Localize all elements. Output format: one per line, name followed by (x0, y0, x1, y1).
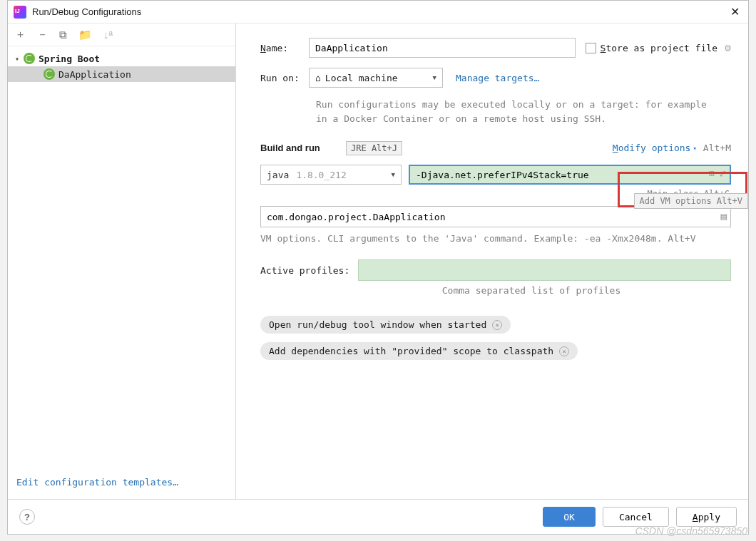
tree-item-daapplication[interactable]: DaApplication (8, 66, 235, 82)
copy-icon[interactable]: ⧉ (59, 29, 67, 41)
run-on-value: Local machine (325, 73, 398, 83)
vm-options-input[interactable] (409, 165, 731, 185)
run-on-dropdown[interactable]: ⌂ Local machine ▼ (309, 68, 443, 88)
sidebar-toolbar: ＋ － ⧉ 📁 ↓ª (8, 24, 235, 46)
chevron-down-icon: ▾ (693, 145, 696, 152)
edit-templates-link[interactable]: Edit configuration templates… (8, 471, 235, 493)
name-label: Name: (260, 43, 309, 53)
list-icon[interactable]: ▤ (721, 210, 727, 222)
spring-boot-icon (24, 53, 35, 64)
modify-options-label: Modify options (613, 143, 691, 153)
fullscreen-icon[interactable]: ⤢ (719, 168, 727, 179)
store-checkbox[interactable] (586, 43, 596, 53)
store-label: Store as project file (601, 43, 717, 53)
sidebar: ＋ － ⧉ 📁 ↓ª ▾ Spring Boot DaApplication E… (8, 24, 236, 499)
jdk-vm-row: java 1.8.0_212 ▼ ⊞ ⤢ (260, 165, 731, 185)
chevron-down-icon: ▼ (433, 74, 436, 81)
close-icon[interactable]: ✕ (727, 5, 742, 19)
add-vm-options-tooltip: Add VM options Alt+V (634, 193, 749, 209)
modify-options-link[interactable]: Modify options ▾ Alt+M (613, 143, 731, 153)
chip-label: Open run/debug tool window when started (269, 319, 486, 330)
spring-boot-icon (44, 68, 55, 80)
sort-icon[interactable]: ↓ª (103, 29, 113, 41)
add-icon[interactable]: ＋ (15, 28, 26, 41)
active-profiles-hint: Comma separated list of profiles (260, 285, 731, 296)
jdk-version: 1.8.0_212 (296, 170, 346, 180)
name-row: Name: Store as project file ⚙ (260, 38, 731, 58)
active-profiles-input[interactable] (358, 259, 731, 281)
apply-button[interactable]: Apply (676, 507, 737, 527)
ok-button[interactable]: OK (543, 507, 596, 527)
active-profiles-label: Active profiles: (260, 265, 349, 276)
titlebar: Run/Debug Configurations ✕ (8, 1, 748, 24)
jdk-dropdown[interactable]: java 1.8.0_212 ▼ (260, 165, 402, 185)
help-icon[interactable]: ? (19, 509, 35, 525)
chevron-down-icon: ▼ (392, 171, 395, 178)
option-chip-open-tool-window[interactable]: Open run/debug tool window when started … (260, 316, 511, 334)
main-class-wrap: ▤ (260, 206, 731, 227)
home-icon: ⌂ (315, 73, 321, 83)
intellij-icon (14, 6, 26, 19)
main-class-input[interactable] (260, 206, 731, 227)
name-input[interactable] (309, 38, 576, 58)
remove-icon[interactable]: － (37, 28, 48, 41)
option-chip-provided-scope[interactable]: Add dependencies with "provided" scope t… (260, 342, 578, 360)
chip-label: Add dependencies with "provided" scope t… (269, 346, 553, 356)
build-run-header: Build and run JRE Alt+J Modify options ▾… (260, 143, 731, 153)
manage-targets-link[interactable]: Manage targets… (456, 73, 539, 83)
tree-item-label: DaApplication (58, 69, 131, 80)
jre-tooltip: JRE Alt+J (346, 141, 402, 155)
store-as-project-file[interactable]: Store as project file ⚙ (586, 41, 731, 54)
gear-icon[interactable]: ⚙ (725, 41, 731, 54)
tree-group-label: Spring Boot (39, 53, 100, 64)
run-debug-dialog: Run/Debug Configurations ✕ ＋ － ⧉ 📁 ↓ª ▾ … (7, 0, 749, 535)
jdk-name: java (267, 170, 289, 180)
config-tree: ▾ Spring Boot DaApplication (8, 46, 235, 471)
main-panel: Name: Store as project file ⚙ Run on: ⌂ … (236, 24, 748, 499)
chip-remove-icon[interactable]: ✕ (559, 346, 569, 356)
build-run-title: Build and run (260, 143, 320, 153)
run-on-hint: Run configurations may be executed local… (316, 98, 715, 125)
vm-field-icons: ⊞ ⤢ (709, 168, 727, 179)
expand-arrow-icon[interactable]: ▾ (15, 55, 24, 63)
dialog-footer: ? OK Cancel Apply (8, 499, 748, 534)
cancel-button[interactable]: Cancel (603, 507, 669, 527)
run-on-label: Run on: (260, 73, 309, 83)
chip-remove-icon[interactable]: ✕ (492, 320, 502, 330)
folder-icon[interactable]: 📁 (78, 29, 92, 41)
modify-shortcut: Alt+M (703, 143, 731, 153)
run-on-row: Run on: ⌂ Local machine ▼ Manage targets… (260, 68, 731, 88)
window-title: Run/Debug Configurations (32, 6, 727, 17)
expand-icon[interactable]: ⊞ (709, 168, 715, 179)
tree-group-spring-boot[interactable]: ▾ Spring Boot (8, 51, 235, 66)
active-profiles-row: Active profiles: (260, 259, 731, 281)
content-area: ＋ － ⧉ 📁 ↓ª ▾ Spring Boot DaApplication E… (8, 24, 748, 499)
vm-options-hint: VM options. CLI arguments to the 'Java' … (260, 233, 731, 244)
